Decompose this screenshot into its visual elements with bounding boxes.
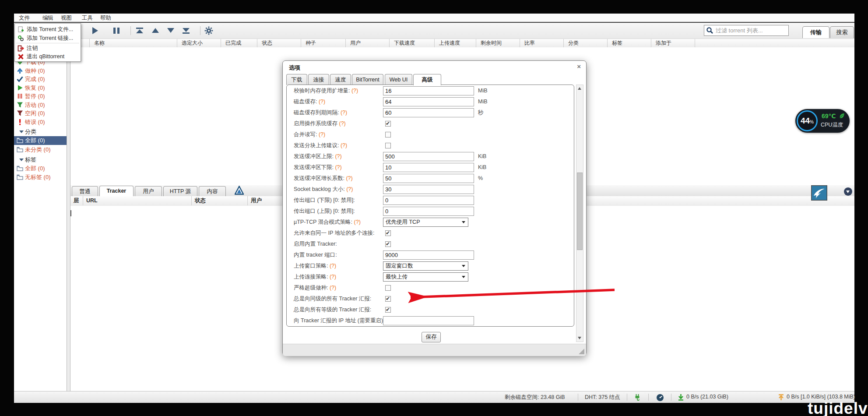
scroll-up-button[interactable] xyxy=(576,85,583,92)
decrease-priority-icon[interactable] xyxy=(166,26,175,35)
column-header[interactable]: 添加于 xyxy=(651,39,695,47)
menu-edit[interactable]: 编辑 xyxy=(42,14,53,22)
setting-input-0[interactable] xyxy=(383,86,474,95)
help-link[interactable]: (?) xyxy=(317,131,325,137)
resume-icon[interactable] xyxy=(91,26,99,35)
help-link[interactable]: (?) xyxy=(337,120,346,127)
pause-icon[interactable] xyxy=(112,26,121,35)
setting-input-9[interactable] xyxy=(383,185,474,194)
column-header[interactable]: 名称 xyxy=(90,39,177,47)
sidebar-item-resumed[interactable]: 恢复 (0) xyxy=(14,84,67,92)
column-header[interactable]: 选定大小 xyxy=(177,39,221,47)
options-icon[interactable] xyxy=(204,26,213,35)
menu-file[interactable]: 文件 xyxy=(19,14,30,22)
dialog-tab-bittorrent[interactable]: BitTorrent xyxy=(352,74,383,85)
tab-general[interactable]: 普通 xyxy=(72,186,98,196)
setting-input-21[interactable] xyxy=(383,316,474,325)
setting-input-11[interactable] xyxy=(383,207,474,216)
setting-input-8[interactable] xyxy=(383,174,474,183)
help-link[interactable]: (?) xyxy=(350,88,358,94)
column-header[interactable]: 状态 xyxy=(257,39,301,47)
setting-input-6[interactable] xyxy=(383,152,474,161)
help-link[interactable]: (?) xyxy=(344,175,353,181)
tab-trackers[interactable]: Tracker xyxy=(99,186,134,196)
sidebar-item-errored[interactable]: 错误 (0) xyxy=(14,118,67,127)
increase-priority-icon[interactable] xyxy=(151,26,160,35)
help-link[interactable]: (?) xyxy=(328,285,336,291)
column-header[interactable]: 上传速度 xyxy=(435,39,476,47)
sidebar-item-paused[interactable]: 暂停 (0) xyxy=(14,92,67,101)
setting-checkbox-3[interactable] xyxy=(385,121,391,127)
help-link[interactable]: (?) xyxy=(352,219,361,225)
column-header[interactable]: 剩余时间 xyxy=(476,39,520,47)
setting-checkbox-19[interactable] xyxy=(385,296,391,302)
torrent-filter-input[interactable] xyxy=(715,25,788,35)
tracker-column-header[interactable]: URL xyxy=(83,196,192,205)
menu-help[interactable]: 帮助 xyxy=(100,14,111,22)
column-header[interactable]: 分类 xyxy=(564,39,608,47)
collapse-panel-icon[interactable] xyxy=(844,187,852,196)
menu-view[interactable]: 视图 xyxy=(61,14,72,22)
setting-checkbox-13[interactable] xyxy=(385,230,391,236)
dialog-close-button[interactable]: × xyxy=(577,63,581,70)
scrollbar-thumb[interactable] xyxy=(577,173,583,250)
dialog-tab-speed[interactable]: 速度 xyxy=(330,74,351,85)
column-header[interactable]: 用户 xyxy=(346,39,390,47)
swallow-icon[interactable] xyxy=(811,185,827,201)
sidebar-section-tags[interactable]: 标签 xyxy=(14,156,67,164)
setting-input-2[interactable] xyxy=(383,108,474,117)
sidebar-item-inactive[interactable]: 空闲 (0) xyxy=(14,109,67,118)
setting-checkbox-5[interactable] xyxy=(385,143,391,148)
column-header[interactable]: 下载速度 xyxy=(390,39,435,47)
help-link[interactable]: (?) xyxy=(339,142,347,148)
setting-checkbox-20[interactable] xyxy=(385,307,391,313)
dialog-tab-webui[interactable]: Web UI xyxy=(385,74,412,85)
sidebar-splitter[interactable] xyxy=(67,39,70,391)
setting-checkbox-18[interactable] xyxy=(385,285,391,291)
setting-select-16[interactable]: 固定窗口数 xyxy=(383,261,468,271)
help-link[interactable]: (?) xyxy=(334,164,342,170)
setting-select-17[interactable]: 最快上传 xyxy=(383,272,468,282)
column-header[interactable]: 已完成 xyxy=(221,39,257,47)
menu-item-logout[interactable]: 注销 xyxy=(15,44,81,53)
sidebar-category-0[interactable]: 全部 (0) xyxy=(14,136,67,145)
column-header[interactable]: 种子 xyxy=(301,39,346,47)
dialog-tab-downloads[interactable]: 下载 xyxy=(286,74,307,85)
setting-input-1[interactable] xyxy=(383,97,474,106)
dialog-scrollbar[interactable] xyxy=(576,85,583,342)
view-tab-transfers[interactable]: 传输 xyxy=(802,26,829,38)
column-header[interactable]: 标签 xyxy=(608,39,651,47)
tab-http-sources[interactable]: HTTP 源 xyxy=(163,186,197,196)
dialog-tab-connection[interactable]: 连接 xyxy=(308,74,329,85)
tab-content[interactable]: 内容 xyxy=(199,186,226,196)
sidebar-category-1[interactable]: 未分类 (0) xyxy=(14,145,67,154)
dialog-resize-grip[interactable] xyxy=(579,349,584,354)
help-link[interactable]: (?) xyxy=(317,99,325,105)
tracker-column-header[interactable]: 状态 xyxy=(192,196,248,205)
help-link[interactable]: (?) xyxy=(339,109,347,116)
help-link[interactable]: (?) xyxy=(345,186,353,192)
setting-input-10[interactable] xyxy=(383,196,474,205)
column-header[interactable]: 比率 xyxy=(520,39,564,47)
menu-item-add-torrent-link[interactable]: 添加 Torrent 链接... xyxy=(15,34,81,42)
top-priority-icon[interactable] xyxy=(135,26,144,35)
setting-select-12[interactable]: 优先使用 TCP xyxy=(383,218,468,227)
sidebar-section-categories[interactable]: 分类 xyxy=(14,128,67,136)
setting-checkbox-14[interactable] xyxy=(385,241,391,247)
menu-item-add-torrent-file[interactable]: 添加 Torrent 文件... xyxy=(15,25,81,34)
tracker-column-header[interactable]: 层级 xyxy=(70,196,83,205)
help-link[interactable]: (?) xyxy=(334,153,342,159)
sidebar-tag-1[interactable]: 无标签 (0) xyxy=(14,173,67,182)
tab-peers[interactable]: 用户 xyxy=(135,186,162,196)
dialog-tab-advanced[interactable]: 高级 xyxy=(413,74,441,85)
sidebar-tag-0[interactable]: 全部 (0) xyxy=(14,164,67,173)
sidebar-item-seeding[interactable]: 做种 (0) xyxy=(14,67,67,75)
bottom-priority-icon[interactable] xyxy=(182,26,190,35)
alt-speed-icon[interactable] xyxy=(656,394,664,401)
setting-checkbox-4[interactable] xyxy=(385,132,391,137)
scroll-down-button[interactable] xyxy=(576,335,583,342)
sidebar-item-completed[interactable]: 完成 (0) xyxy=(14,75,67,84)
sidebar-item-active[interactable]: 活动 (0) xyxy=(14,101,67,109)
help-link[interactable]: (?) xyxy=(328,274,336,280)
menu-tools[interactable]: 工具 xyxy=(82,14,93,22)
